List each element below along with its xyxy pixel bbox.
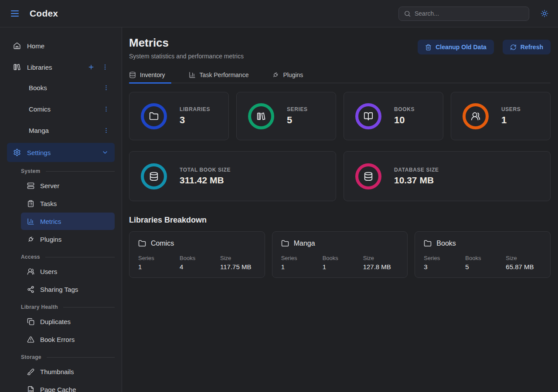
sidebar-item-sharing-tags[interactable]: Sharing Tags (21, 280, 115, 298)
stat-label: BOOKS (394, 106, 415, 112)
page-subtitle: System statistics and performance metric… (129, 53, 244, 60)
stat-value: 311.42 MB (180, 175, 231, 186)
library-name: Manga (294, 240, 315, 247)
paintbrush-icon (27, 368, 34, 375)
clipboard-icon (27, 200, 34, 207)
sidebar-item-plugins[interactable]: Plugins (21, 230, 115, 248)
svg-text:PDF: PDF (29, 390, 33, 392)
series-count: 1 (281, 263, 323, 270)
tab-plugins[interactable]: Plugins (272, 71, 309, 83)
folder-icon (424, 240, 432, 247)
button-label: Cleanup Old Data (436, 44, 487, 51)
server-icon (27, 182, 34, 189)
sidebar-item-book-errors[interactable]: Book Errors (21, 331, 115, 348)
col-label: Books (180, 255, 220, 261)
books-count: 5 (465, 263, 506, 270)
menu-button[interactable] (10, 8, 20, 19)
app-title: Codex (30, 8, 58, 19)
sidebar-item-label: Tasks (40, 200, 57, 207)
library-size: 117.75 MB (220, 263, 256, 270)
stat-card-total-book-size: TOTAL BOOK SIZE 311.42 MB (129, 151, 336, 201)
sidebar-section-storage: Storage (21, 354, 115, 360)
stat-value: 3 (180, 115, 210, 126)
theme-toggle-button[interactable] (541, 10, 548, 17)
stat-card-books: BOOKS 10 (344, 92, 443, 140)
sidebar-item-books[interactable]: Books (21, 79, 115, 96)
refresh-icon (510, 44, 517, 51)
books-count: 4 (180, 263, 220, 270)
sidebar-item-label: Home (27, 42, 44, 50)
section-title: System (21, 168, 41, 174)
sidebar-item-users[interactable]: Users (21, 263, 115, 280)
library-card-comics: Comics Series 1 Books 4 Size 117.75 MB (129, 231, 265, 278)
button-label: Refresh (521, 44, 543, 51)
database-icon (364, 172, 373, 181)
col-label: Size (220, 255, 256, 261)
sidebar-item-label: Sharing Tags (40, 286, 78, 293)
section-title: Access (21, 254, 40, 260)
sidebar-item-label: Books (29, 84, 47, 91)
sidebar-item-settings[interactable]: Settings (7, 143, 115, 162)
stat-label: TOTAL BOOK SIZE (180, 167, 231, 173)
library-icon (13, 63, 21, 71)
sidebar-item-label: Metrics (40, 218, 61, 225)
libraries-menu-icon[interactable] (102, 64, 109, 71)
gear-icon (13, 149, 21, 156)
stat-label: LIBRARIES (180, 106, 210, 112)
chevron-down-icon (102, 149, 109, 156)
users-icon (27, 268, 34, 275)
trash-icon (425, 44, 432, 51)
library-name: Comics (151, 240, 174, 247)
comics-menu-icon[interactable] (103, 106, 109, 112)
tab-label: Plugins (283, 71, 303, 78)
topbar: Codex (0, 0, 558, 27)
sidebar-item-label: Duplicates (40, 318, 71, 325)
library-card-books: Books Series 3 Books 5 Size 65.87 MB (415, 231, 551, 278)
sidebar-item-server[interactable]: Server (21, 177, 115, 194)
sidebar-item-thumbnails[interactable]: Thumbnails (21, 363, 115, 380)
sidebar-item-metrics[interactable]: Metrics (21, 213, 115, 230)
tab-label: Inventory (140, 71, 165, 78)
tab-task-performance[interactable]: Task Performance (189, 71, 255, 83)
folder-icon (149, 112, 159, 121)
search-box[interactable] (398, 7, 529, 21)
sidebar-item-label: Settings (27, 149, 51, 156)
folder-icon (281, 240, 289, 247)
refresh-button[interactable]: Refresh (503, 40, 551, 54)
sidebar-item-duplicates[interactable]: Duplicates (21, 313, 115, 330)
library-icon (256, 112, 266, 121)
sidebar-item-page-cache[interactable]: PDF Page Cache (21, 381, 115, 392)
library-size: 65.87 MB (506, 263, 541, 270)
warning-triangle-icon (27, 336, 34, 343)
sidebar-item-tasks[interactable]: Tasks (21, 195, 115, 212)
tab-inventory[interactable]: Inventory (129, 71, 171, 83)
sidebar: Home Libraries Books Comics Manga Settin… (0, 27, 122, 392)
manga-menu-icon[interactable] (103, 127, 109, 134)
main-content: Metrics System statistics and performanc… (122, 27, 558, 392)
sidebar-item-home[interactable]: Home (7, 36, 115, 55)
col-label: Size (506, 255, 541, 261)
sidebar-item-libraries[interactable]: Libraries (7, 57, 115, 77)
sidebar-item-label: Plugins (40, 236, 61, 243)
pdf-file-icon: PDF (27, 386, 34, 392)
stat-card-database-size: DATABASE SIZE 10.37 MB (344, 151, 551, 201)
sidebar-section-library-health: Library Health (21, 304, 115, 310)
tab-label: Task Performance (200, 71, 249, 78)
add-library-icon[interactable] (88, 64, 95, 71)
sidebar-section-system: System (21, 168, 115, 174)
library-card-manga: Manga Series 1 Books 1 Size 127.8 MB (272, 231, 408, 278)
sidebar-item-manga[interactable]: Manga (21, 122, 115, 139)
stat-value: 1 (501, 115, 521, 126)
sidebar-item-comics[interactable]: Comics (21, 100, 115, 118)
search-input[interactable] (415, 10, 524, 17)
database-icon (149, 172, 159, 181)
users-icon (471, 112, 480, 121)
books-menu-icon[interactable] (103, 84, 109, 91)
stat-label: SERIES (287, 106, 308, 112)
open-book-icon (364, 112, 373, 121)
plug-icon (272, 71, 279, 78)
folder-icon (138, 240, 146, 247)
series-count: 1 (138, 263, 180, 270)
bar-chart-icon (189, 71, 196, 78)
cleanup-old-data-button[interactable]: Cleanup Old Data (418, 40, 494, 54)
